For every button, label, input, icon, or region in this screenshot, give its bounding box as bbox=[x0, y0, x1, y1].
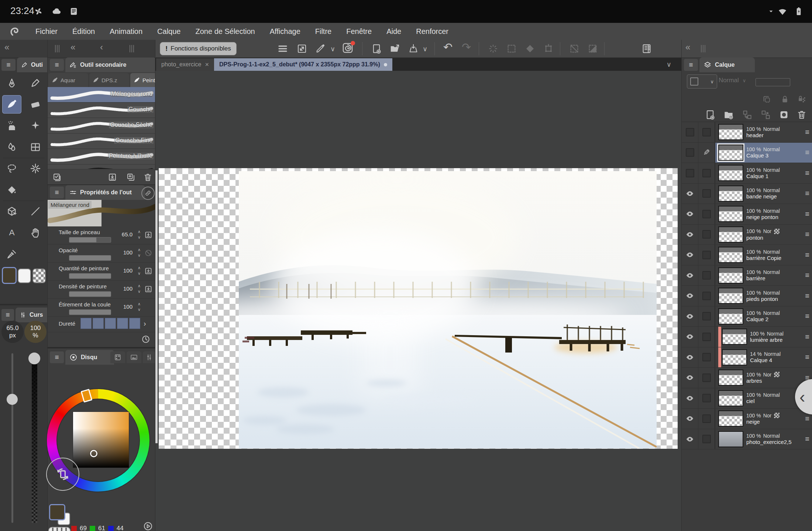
layer-visibility-cell[interactable] bbox=[682, 266, 698, 286]
chevron-down-icon[interactable]: ∨ bbox=[667, 60, 671, 69]
layer-menu-icon[interactable]: ≡ bbox=[805, 333, 809, 341]
layer-thumbnail[interactable] bbox=[718, 431, 743, 447]
tool-panel-menu-button[interactable]: ≡ bbox=[1, 59, 16, 71]
tool-button[interactable] bbox=[26, 74, 45, 92]
layer-edit-cell[interactable] bbox=[698, 429, 715, 450]
stepper[interactable]: ∧∨ bbox=[138, 265, 141, 276]
visibility-checkbox[interactable] bbox=[686, 148, 694, 157]
property-slider[interactable] bbox=[69, 291, 111, 297]
brush-group-tab[interactable]: Aquar bbox=[48, 73, 88, 87]
edit-checkbox[interactable] bbox=[702, 414, 711, 423]
new-folder-icon[interactable] bbox=[723, 109, 734, 120]
layer-content[interactable]: 100 % Normal Calque 2 ≡ bbox=[715, 306, 812, 327]
edit-checkbox[interactable] bbox=[702, 374, 711, 382]
sv-cursor[interactable] bbox=[90, 450, 97, 457]
layer-name[interactable]: pieds ponton bbox=[746, 296, 804, 302]
layer-name[interactable]: photo_exercice2,5 bbox=[746, 439, 804, 445]
edit-checkbox[interactable] bbox=[702, 435, 711, 443]
open-file-icon[interactable] bbox=[389, 43, 400, 54]
close-icon[interactable]: × bbox=[205, 61, 209, 69]
edit-checkbox[interactable] bbox=[702, 251, 711, 259]
layer-edit-cell[interactable] bbox=[698, 204, 715, 224]
layer-visibility-cell[interactable] bbox=[682, 388, 698, 409]
layer-menu-icon[interactable]: ≡ bbox=[805, 312, 809, 320]
saturation-value-square[interactable] bbox=[73, 412, 129, 468]
thumbnail-grid-icon[interactable] bbox=[641, 43, 652, 54]
tool-button[interactable] bbox=[26, 138, 45, 156]
eye-icon[interactable] bbox=[685, 312, 695, 321]
layer-content[interactable]: 100 % Nor neige ≡ bbox=[715, 409, 812, 429]
check-stack-icon[interactable] bbox=[52, 172, 62, 182]
property-value[interactable]: 100 bbox=[115, 267, 133, 274]
size-slider-thumb[interactable] bbox=[7, 394, 18, 405]
layer-thumbnail[interactable] bbox=[718, 369, 743, 386]
layer-edit-cell[interactable] bbox=[698, 266, 715, 286]
menu-item[interactable]: Fichier bbox=[35, 27, 58, 36]
layer-content[interactable]: 100 % Nor arbres ≡ bbox=[715, 368, 812, 388]
edit-checkbox[interactable] bbox=[702, 353, 711, 361]
layer-menu-icon[interactable]: ≡ bbox=[805, 251, 809, 259]
layer-menu-icon[interactable]: ≡ bbox=[805, 128, 809, 136]
layer-thumbnail[interactable] bbox=[718, 247, 743, 263]
collapse-left-icon[interactable]: « bbox=[4, 44, 9, 51]
tool-button[interactable] bbox=[2, 245, 21, 263]
main-color-swatch[interactable] bbox=[49, 504, 65, 520]
property-slider[interactable] bbox=[69, 273, 111, 279]
layer-edit-cell[interactable] bbox=[698, 409, 715, 429]
pen-correction-icon[interactable] bbox=[315, 43, 326, 54]
layer-content[interactable]: 100 % Normal neige ponton ≡ bbox=[715, 204, 812, 224]
layer-name[interactable]: barrière bbox=[746, 275, 804, 281]
tool-button[interactable] bbox=[26, 245, 45, 263]
eye-icon[interactable] bbox=[685, 393, 695, 403]
layer-menu-icon[interactable]: ≡ bbox=[805, 353, 809, 361]
layer-content[interactable]: 100 % Normal bande neige ≡ bbox=[715, 184, 812, 204]
drag-handle[interactable] bbox=[130, 45, 134, 52]
menu-item[interactable]: Calque bbox=[157, 27, 180, 36]
layer-row[interactable]: 100 % Normal bande neige ≡ bbox=[682, 184, 812, 204]
layer-menu-icon[interactable]: ≡ bbox=[805, 435, 809, 443]
new-canvas-icon[interactable] bbox=[371, 43, 382, 54]
visibility-checkbox[interactable] bbox=[686, 169, 694, 177]
save-icon[interactable] bbox=[408, 43, 419, 54]
edit-checkbox[interactable] bbox=[702, 394, 711, 402]
tool-button[interactable] bbox=[26, 202, 45, 221]
eye-icon[interactable] bbox=[685, 414, 695, 423]
menu-item[interactable]: Filtre bbox=[315, 27, 331, 36]
layer-visibility-cell[interactable] bbox=[682, 368, 698, 388]
layer-thumbnail[interactable] bbox=[718, 308, 743, 324]
edit-checkbox[interactable] bbox=[702, 189, 711, 198]
tool-button[interactable] bbox=[2, 74, 21, 92]
layer-row[interactable]: 100 % Nor arbres ≡ bbox=[682, 368, 812, 388]
menu-item[interactable]: Aide bbox=[386, 27, 401, 36]
brush-list-item[interactable]: Gouache Fine bbox=[48, 133, 155, 149]
layer-row[interactable]: 100 % Normal lumière arbre ≡ bbox=[682, 327, 812, 347]
collapse-left-icon[interactable]: « bbox=[685, 44, 690, 51]
eye-icon[interactable] bbox=[685, 434, 695, 444]
canvas-viewport[interactable] bbox=[155, 71, 682, 531]
layer-menu-icon[interactable]: ≡ bbox=[805, 271, 809, 280]
layer-row[interactable]: 100 % Normal neige ponton ≡ bbox=[682, 204, 812, 225]
layer-name[interactable]: Calque 4 bbox=[750, 357, 804, 363]
new-layer-icon[interactable] bbox=[705, 109, 716, 120]
layer-thumbnail[interactable] bbox=[722, 349, 747, 365]
brush-list-item[interactable]: Gouache bbox=[48, 103, 155, 118]
tab-color-set[interactable] bbox=[110, 351, 125, 363]
layer-visibility-cell[interactable] bbox=[682, 409, 698, 429]
layer-visibility-cell[interactable] bbox=[682, 163, 698, 183]
layer-row[interactable]: 100 % Normal Calque 2 ≡ bbox=[682, 306, 812, 327]
layer-edit-cell[interactable] bbox=[698, 245, 715, 265]
chevron-right-icon[interactable]: › bbox=[144, 319, 146, 328]
opacity-slider-thumb[interactable] bbox=[28, 353, 40, 364]
layer-visibility-cell[interactable] bbox=[682, 225, 698, 245]
opacity-slider-track[interactable] bbox=[32, 364, 37, 523]
menu-item[interactable]: Animation bbox=[110, 27, 142, 36]
tool-button[interactable] bbox=[2, 159, 21, 178]
stepper[interactable]: ∧∨ bbox=[138, 301, 141, 312]
tool-button[interactable] bbox=[26, 181, 45, 199]
layer-name[interactable]: Calque 1 bbox=[746, 173, 804, 179]
canvas-scrollbar-vertical[interactable] bbox=[155, 170, 158, 443]
tab-color-mixing[interactable] bbox=[127, 351, 141, 363]
layer-menu-icon[interactable]: ≡ bbox=[805, 230, 809, 239]
menu-item[interactable]: Fenêtre bbox=[346, 27, 372, 36]
tool-button[interactable] bbox=[2, 223, 21, 242]
